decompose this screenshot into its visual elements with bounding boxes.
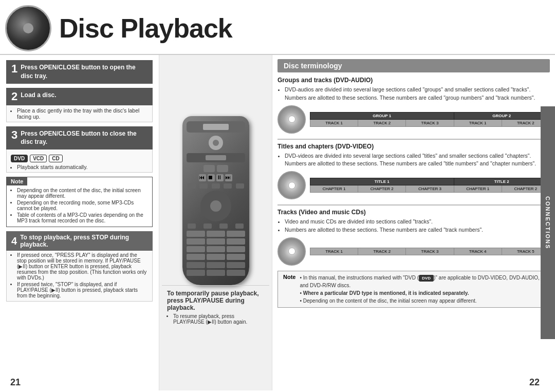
bottom-note-item-1: • In this manual, the instructions marke… (300, 274, 544, 289)
remote-display (187, 121, 245, 133)
remote-num-3[interactable] (227, 231, 245, 237)
right-panel: Disc terminology Groups and tracks (DVD-… (272, 55, 555, 390)
step-3-header: 3 Press OPEN/CLOSE button to close the d… (6, 126, 153, 150)
section-groups-tracks: Groups and tracks (DVD-AUDIO) DVD-audios… (278, 77, 550, 134)
remote-num-5[interactable] (207, 238, 225, 245)
remote-b-btn-4[interactable] (187, 270, 205, 276)
stop-sub-item-1: If pressed once, "PRESS PLAY" is display… (17, 252, 148, 281)
step-2-sub: Place a disc gently into the tray with t… (6, 105, 153, 122)
remote-stop-btn[interactable]: ⏹ (208, 174, 215, 181)
remote-num-6[interactable] (227, 238, 245, 245)
note-box: Note Depending on the content of the dis… (6, 177, 153, 227)
remote-mid-btns (188, 223, 244, 229)
page-number-right: 22 (529, 377, 540, 388)
remote-btn-1[interactable] (203, 165, 215, 172)
tracks-desc-item-1: Video and music CDs are divided into sec… (285, 218, 550, 226)
t1-c1: CHAPTER 1 (310, 185, 358, 193)
group2-header: GROUP 2 (454, 112, 549, 119)
page-header: Disc Playback (0, 0, 555, 55)
remote-next-btn[interactable]: ⏭ (225, 174, 232, 181)
remote-small-btns (188, 183, 244, 189)
bottom-note-label: Note (283, 274, 295, 280)
page-number-left: 21 (10, 377, 21, 388)
middle-panel: ⏮ ⏹ ⏸ ⏭ (159, 55, 272, 390)
vcd-badge: VCD (30, 155, 47, 162)
pause-section: To temporarily pause playback, press PLA… (162, 285, 269, 330)
g2-t1: TRACK 1 (454, 119, 502, 126)
remote-num-plus[interactable] (207, 254, 225, 260)
trk-2: TRACK 2 (358, 248, 406, 255)
tracks-desc-item-2: Numbers are allotted to these sections. … (285, 226, 550, 234)
remote-mb-1[interactable] (188, 223, 196, 229)
remote-nav-circle[interactable] (200, 191, 231, 221)
remote-numpad (187, 231, 245, 260)
remote-openclose-btn[interactable] (187, 153, 245, 162)
step-2: 2 Load a disc. Place a disc gently into … (6, 88, 153, 122)
tracks-diagram: TRACK 1 TRACK 2 TRACK 3 TRACK 4 TRACK 5 (278, 237, 550, 266)
remote-s-btn-3[interactable] (212, 183, 220, 189)
remote-num-7[interactable] (187, 246, 205, 252)
remote-btn-2[interactable] (217, 165, 228, 172)
note-title: Note (7, 177, 27, 185)
t1-c3: CHAPTER 3 (406, 185, 454, 193)
playback-auto-text: Playback starts automatically. (17, 164, 148, 170)
bottom-note: Note • In this manual, the instructions … (278, 271, 550, 308)
remote-s-btn-1[interactable] (188, 183, 196, 189)
remote-s-btn-5[interactable] (236, 183, 244, 189)
group-table: GROUP 1 GROUP 2 TRACK 1 TRACK 2 TRACK 3 … (310, 112, 550, 127)
remote-num-2[interactable] (207, 231, 225, 237)
stop-number: 4 (11, 235, 17, 247)
remote-control: ⏮ ⏹ ⏸ ⏭ (182, 116, 249, 285)
remote-b-btn-6[interactable] (227, 270, 245, 276)
remote-top-btns (187, 165, 245, 172)
pause-bold: PLAY/PAUSE (185, 297, 224, 304)
step-3: 3 Press OPEN/CLOSE button to close the d… (6, 126, 153, 173)
stop-sub-item-2: If pressed twice, "STOP" is displayed, a… (17, 282, 148, 298)
stop-header: 4 To stop playback, press STOP during pl… (6, 231, 153, 251)
bottom-note-text: • In this manual, the instructions marke… (300, 274, 544, 305)
connections-tab: CONNECTIONS (541, 106, 555, 339)
disc-terminology-header: Disc terminology (278, 59, 550, 72)
remote-s-btn-4[interactable] (224, 183, 232, 189)
cd-badge: CD (49, 155, 62, 162)
remote-play-btn[interactable]: ⏸ (216, 174, 224, 181)
title-table: TITLE 1 TITLE 2 CHAPTER 1 CHAPTER 2 CHAP… (310, 178, 550, 193)
step-1: 1 Press OPEN/CLOSE button to open the di… (6, 60, 153, 84)
disc-logo (5, 5, 51, 51)
note-content: Depending on the content of the disc, th… (7, 185, 152, 227)
remote-prev-btn[interactable]: ⏮ (199, 174, 206, 181)
remote-num-clear[interactable] (227, 254, 245, 260)
remote-bottom-btns (187, 262, 245, 276)
pause-header: To temporarily pause playback, press PLA… (167, 290, 264, 311)
remote-s-btn-2[interactable] (199, 183, 208, 189)
divider-2 (278, 204, 550, 206)
trk-1: TRACK 1 (310, 248, 358, 255)
t1-c2: CHAPTER 2 (358, 185, 406, 193)
disc-img-tracks (278, 237, 306, 266)
tracks-title: Tracks (Video and music CDs) (278, 209, 550, 216)
remote-num-0[interactable] (187, 254, 205, 260)
remote-num-8[interactable] (207, 246, 225, 252)
remote-b-btn-1[interactable] (187, 262, 205, 268)
remote-nav-enter[interactable] (210, 200, 221, 212)
trk-4: TRACK 4 (454, 248, 502, 255)
remote-b-btn-2[interactable] (207, 262, 225, 268)
group-track-table: GROUP 1 GROUP 2 TRACK 1 TRACK 2 TRACK 3 … (310, 112, 550, 127)
page-title: Disc Playback (59, 13, 232, 44)
note-item-3: Table of contents of a MP3-CD varies dep… (17, 212, 148, 223)
stop-text: To stop playback, press STOP during play… (20, 234, 147, 248)
remote-num-4[interactable] (187, 238, 205, 245)
remote-num-9[interactable] (227, 246, 245, 252)
section-titles-chapters: Titles and chapters (DVD-VIDEO) DVD-vide… (278, 143, 550, 200)
remote-mb-3[interactable] (219, 223, 228, 229)
dvd-badge: DVD (11, 155, 28, 162)
disc-badges: DVD VCD CD (11, 155, 148, 162)
remote-mb-2[interactable] (203, 223, 212, 229)
remote-num-1[interactable] (187, 231, 205, 237)
divider-1 (278, 139, 550, 140)
remote-b-btn-3[interactable] (227, 262, 245, 268)
pause-sub-item: To resume playback, press PLAY/PAUSE (▶I… (173, 313, 264, 325)
remote-b-btn-5[interactable] (207, 270, 225, 276)
step-3-text: Press OPEN/CLOSE button to close the dis… (21, 129, 147, 147)
remote-mb-4[interactable] (235, 223, 244, 229)
